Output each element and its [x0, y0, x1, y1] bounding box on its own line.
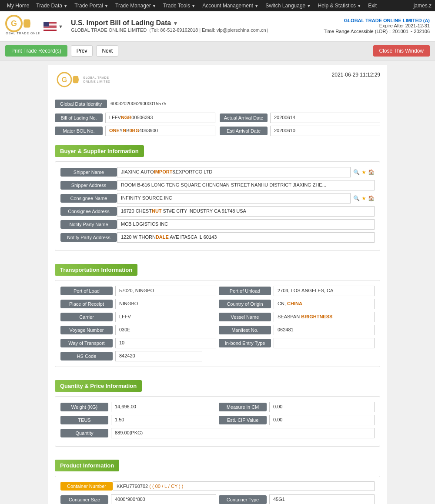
- in-bond-entry-type-label: In-bond Entry Type: [219, 339, 271, 347]
- svg-rect-12: [44, 22, 49, 27]
- bol-no-value: LFFVNGB00506393: [105, 113, 215, 123]
- product-information-header: Product Information: [55, 460, 119, 471]
- product-information-section: Product Information Container Number KKF…: [55, 453, 380, 504]
- shipper-star-icon[interactable]: ★: [361, 169, 366, 175]
- mater-bol-row: Mater BOL No. ONEYNB0BG4063900 Esti Arri…: [55, 126, 380, 136]
- record-header: G GLOBAL TRADE ONLINE LIMITED 2021-06-29…: [55, 72, 380, 93]
- measure-value: 0.00: [269, 402, 375, 412]
- esti-arrival-date-label: Esti Arrival Date: [220, 127, 268, 135]
- gto-logo: G GLOBAL TRADE ONLINE: [5, 15, 40, 38]
- actual-arrival-date-value: 20200614: [270, 113, 380, 123]
- print-button-top[interactable]: Print Trade Record(s): [5, 45, 67, 57]
- nav-account-management[interactable]: Account Management ▼: [199, 1, 262, 10]
- svg-rect-9: [44, 27, 57, 27]
- consignee-name-value: INFINITY SOURCE INC: [117, 193, 351, 204]
- notify-party-address-row: Notify Party Address 1220 W THORNDALE AV…: [60, 232, 375, 243]
- vessel-name-label: Vessel Name: [219, 313, 271, 321]
- shipper-home-icon[interactable]: 🏠: [368, 169, 375, 175]
- expire-date: Expire After 2021-12-31: [324, 23, 430, 28]
- vessel-name-value: SEASPAN BRIGHTNESS: [274, 312, 375, 322]
- port-of-unload-label: Port of Unload: [219, 287, 271, 295]
- logo-area: G GLOBAL TRADE ONLINE: [5, 15, 40, 38]
- hs-code-label: HS Code: [60, 352, 113, 360]
- in-bond-entry-type-value: [274, 338, 375, 348]
- nav-trade-portal[interactable]: Trade Portal ▼: [71, 1, 112, 10]
- global-data-row: Global Data Identity 6003202006290000155…: [55, 99, 380, 108]
- esti-cif-label: Esti. CIF Value: [219, 416, 267, 424]
- manifest-no-item: Manifest No. 062481: [219, 325, 375, 335]
- notify-party-name-row: Notify Party Name MCB LOGISTICS INC: [60, 219, 375, 230]
- consignee-star-icon[interactable]: ★: [361, 195, 366, 201]
- place-of-receipt-value: NINGBO: [115, 299, 216, 309]
- quantity-price-section: Quantity & Price Information Weight (KG)…: [55, 374, 380, 447]
- container-size-label: Container Size: [60, 495, 108, 504]
- top-toolbar: Print Trade Record(s) Prev Next Close Th…: [0, 42, 435, 60]
- shipper-search-icon[interactable]: 🔍: [353, 169, 360, 175]
- way-of-transport-item: Way of Transport 10: [60, 338, 216, 348]
- close-button-top[interactable]: Close This Window: [373, 45, 430, 57]
- shipper-address-label: Shipper Address: [60, 181, 117, 190]
- nav-switch-language[interactable]: Switch Language ▼: [262, 1, 314, 10]
- esti-arrival-date-value: 20200610: [270, 126, 380, 136]
- mater-bol-label: Mater BOL No.: [55, 127, 103, 135]
- nav-my-home[interactable]: My Home: [3, 1, 33, 10]
- nav-trade-manager[interactable]: Trade Manager ▼: [112, 1, 160, 10]
- quantity-label: Quantity: [60, 429, 108, 437]
- svg-text:ONLINE LIMITED: ONLINE LIMITED: [83, 80, 110, 83]
- transportation-box: Port of Load 57020, NINGPO Port of Unloa…: [55, 280, 380, 367]
- manifest-no-value: 062481: [274, 325, 375, 335]
- manifest-no-label: Manifest No.: [219, 326, 271, 334]
- nav-trade-tools[interactable]: Trade Tools ▼: [160, 1, 199, 10]
- company-name: GLOBAL TRADE ONLINE LIMITED (A): [324, 18, 430, 23]
- record-logo: G GLOBAL TRADE ONLINE LIMITED: [55, 72, 111, 93]
- notify-party-name-label: Notify Party Name: [60, 220, 117, 229]
- port-of-load-item: Port of Load 57020, NINGPO: [60, 286, 216, 296]
- nav-exit[interactable]: Exit: [365, 1, 380, 10]
- measure-label: Measure in CM: [219, 403, 267, 411]
- weight-value: 14,696.00: [111, 402, 216, 412]
- port-of-load-label: Port of Load: [60, 287, 113, 295]
- country-of-origin-item: Country of Origin CN, CHINA: [219, 299, 375, 309]
- buyer-supplier-header: Buyer & Supplier Information: [55, 145, 144, 157]
- user-label: james.z: [414, 3, 432, 9]
- container-number-label: Container Number: [60, 482, 113, 491]
- page-subtitle: GLOBAL TRADE ONLINE LIMITED（Tel: 86-512-…: [71, 27, 324, 33]
- buyer-supplier-box: Shipper Name JIAXING AUTOIMPORT&EXPORTCO…: [55, 161, 380, 251]
- transportation-header: Transportation Information: [55, 264, 137, 276]
- title-area: U.S. Import Bill of Lading Data ▼ GLOBAL…: [71, 19, 324, 33]
- svg-rect-11: [44, 29, 57, 30]
- record-datetime: 2021-06-29 11:12:29: [332, 72, 380, 78]
- vessel-name-item: Vessel Name SEASPAN BRIGHTNESS: [219, 312, 375, 322]
- svg-text:GLOBAL TRADE ONLINE: GLOBAL TRADE ONLINE: [5, 32, 40, 35]
- port-of-unload-value: 2704, LOS ANGELES, CA: [274, 286, 375, 296]
- container-type-value: 45G1: [269, 494, 375, 504]
- notify-party-address-label: Notify Party Address: [60, 233, 117, 242]
- container-size-item: Container Size 4000*900*800: [60, 494, 216, 504]
- voyage-number-value: 030E: [115, 325, 216, 335]
- measure-item: Measure in CM 0.00: [219, 402, 375, 412]
- time-range: Time Range Accessible (LDR)：201001 ~ 202…: [324, 28, 430, 35]
- bol-row: Bill of Lading No. LFFVNGB00506393 Actua…: [55, 113, 380, 123]
- consignee-home-icon[interactable]: 🏠: [368, 195, 375, 201]
- global-data-identity-label: Global Data Identity: [55, 100, 107, 108]
- consignee-address-row: Consignee Address 16720 CHESTNUT ST#E CI…: [60, 206, 375, 217]
- hs-code-value: 842420: [115, 351, 202, 361]
- port-of-unload-item: Port of Unload 2704, LOS ANGELES, CA: [219, 286, 375, 296]
- consignee-search-icon[interactable]: 🔍: [353, 195, 360, 201]
- nav-help-statistics[interactable]: Help & Statistics ▼: [315, 1, 365, 10]
- container-type-item: Container Type 45G1: [219, 494, 375, 504]
- prev-button-top[interactable]: Prev: [71, 45, 93, 57]
- product-information-box: Container Number KKFU7760702 ( ( 00 / L …: [55, 476, 380, 504]
- place-of-receipt-item: Place of Receipt NINGBO: [60, 299, 216, 309]
- svg-text:G: G: [11, 19, 17, 28]
- container-number-value: KKFU7760702 ( ( 00 / L / CY ) ): [113, 481, 375, 491]
- shipper-name-label: Shipper Name: [60, 168, 117, 177]
- carrier-label: Carrier: [60, 313, 113, 321]
- flag-dropdown[interactable]: ▼: [58, 24, 63, 29]
- quantity-value: 889.00(PKG): [111, 428, 375, 438]
- voyage-number-item: Voyage Number 030E: [60, 325, 216, 335]
- next-button-top[interactable]: Next: [96, 45, 118, 57]
- teus-label: TEUS: [60, 416, 108, 424]
- nav-trade-data[interactable]: Trade Data ▼: [33, 1, 71, 10]
- svg-text:GLOBAL TRADE: GLOBAL TRADE: [83, 76, 109, 79]
